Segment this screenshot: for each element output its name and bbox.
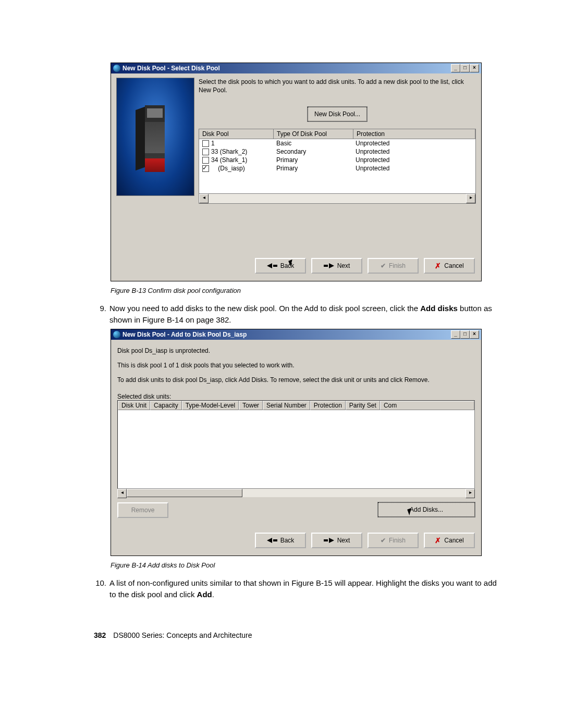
selected-units-label: Selected disk units: [117,393,475,400]
book-title: DS8000 Series: Concepts and Architecture [113,631,252,639]
checkbox-icon[interactable] [202,140,209,147]
minimize-button[interactable]: _ [451,330,460,339]
cancel-button[interactable]: ✗Cancel [424,533,475,548]
check-icon: ✔ [381,537,386,544]
next-button[interactable]: Next [311,258,362,274]
col-type-model-level[interactable]: Type-Model-Level [182,401,239,410]
next-button[interactable]: Next [311,533,362,548]
status-text: Disk pool Ds_iasp is unprotected. [117,347,475,354]
disk-pool-list: Disk Pool Type Of Disk Pool Protection 1… [199,129,476,204]
step-9: 9. Now you need to add disks to the new … [94,303,500,326]
col-disk-unit[interactable]: Disk Unit [118,401,150,410]
h-scrollbar[interactable]: ◂ ▸ [117,489,475,497]
new-disk-pool-button[interactable]: New Disk Pool... [308,107,367,121]
page-footer: 382DS8000 Series: Concepts and Architect… [94,631,500,639]
checkbox-icon[interactable] [202,149,209,155]
window-add-to-disk-pool: New Disk Pool - Add to Disk Pool Ds_iasp… [111,329,482,556]
arrow-right-icon [324,537,334,544]
col-type[interactable]: Type Of Disk Pool [274,129,353,139]
instruction-text: To add disk units to disk pool Ds_iasp, … [117,376,475,384]
progress-text: This is disk pool 1 of 1 disk pools that… [117,362,475,369]
close-button[interactable]: × [470,330,479,339]
back-button[interactable]: Back [255,533,306,548]
close-button[interactable]: × [470,64,479,72]
col-capacity[interactable]: Capacity [150,401,182,410]
col-parity-set[interactable]: Parity Set [346,401,380,410]
arrow-right-icon [324,262,334,269]
back-button[interactable]: Back [255,258,306,274]
titlebar: New Disk Pool - Select Disk Pool _ □ × [111,63,481,73]
x-icon: ✗ [435,262,441,270]
checkbox-icon[interactable] [202,157,209,164]
x-icon: ✗ [435,536,441,545]
arrow-left-icon [267,262,277,269]
col-com[interactable]: Com [380,401,474,410]
window-select-disk-pool: New Disk Pool - Select Disk Pool _ □ × S… [111,63,482,281]
list-item[interactable]: 1 Basic Unprotected [199,139,475,147]
col-protection[interactable]: Protection [310,401,346,410]
app-icon [113,331,120,338]
finish-button: ✔Finish [368,533,419,548]
h-scrollbar[interactable]: ◂ ▸ [199,193,475,203]
add-disks-button[interactable]: Add Disks... [378,502,475,517]
instruction-text: Select the disk pools to which you want … [199,78,476,94]
minimize-button[interactable]: _ [451,64,460,72]
col-tower[interactable]: Tower [239,401,263,410]
remove-button: Remove [117,502,168,518]
finish-button: ✔Finish [368,258,419,274]
list-item[interactable]: (Ds_iasp) Primary Unprotected [199,164,475,172]
step-10: 10. A list of non-configured units simil… [94,577,500,600]
arrow-left-icon [267,537,277,544]
figure-caption: Figure B-14 Add disks to Disk Pool [111,561,500,569]
scroll-left-icon[interactable]: ◂ [117,489,127,498]
scroll-left-icon[interactable]: ◂ [199,194,209,203]
col-protection[interactable]: Protection [353,129,475,139]
scroll-right-icon[interactable]: ▸ [466,489,475,498]
figure-caption: Figure B-13 Confirm disk pool configurat… [111,287,500,294]
cancel-button[interactable]: ✗Cancel [424,258,475,274]
window-title: New Disk Pool - Select Disk Pool [123,65,451,72]
col-serial-number[interactable]: Serial Number [263,401,310,410]
check-icon: ✔ [381,262,386,269]
list-item[interactable]: 34 (Shark_1) Primary Unprotected [199,156,475,164]
maximize-button[interactable]: □ [460,64,470,72]
maximize-button[interactable]: □ [460,330,470,339]
col-disk-pool[interactable]: Disk Pool [199,129,274,139]
app-icon [113,65,120,72]
checkbox-icon[interactable] [202,165,209,172]
page-number: 382 [94,631,106,639]
list-item[interactable]: 33 (Shark_2) Secondary Unprotected [199,147,475,156]
selected-units-table: Disk Unit Capacity Type-Model-Level Towe… [117,400,475,489]
wizard-image [116,78,194,196]
window-title: New Disk Pool - Add to Disk Pool Ds_iasp [123,331,451,338]
titlebar: New Disk Pool - Add to Disk Pool Ds_iasp… [111,329,481,340]
scroll-thumb[interactable] [127,489,242,497]
scroll-right-icon[interactable]: ▸ [466,194,475,203]
